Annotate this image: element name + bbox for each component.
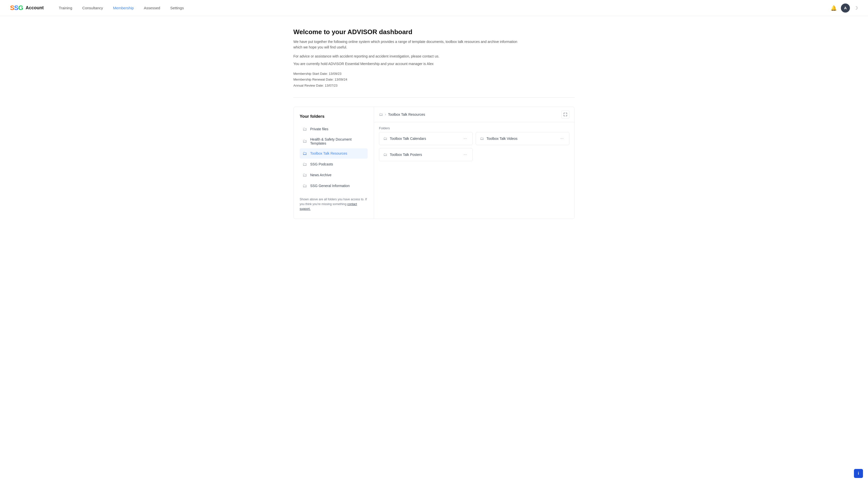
breadcrumb-folder-icon: 🗂 [379, 112, 383, 117]
folder-icon: 🗂 [303, 127, 307, 132]
annual-review-date: Annual Review Date: 13/07/23 [293, 83, 575, 88]
folder-menu-button[interactable]: ··· [462, 136, 468, 141]
folders-sidebar: Your folders 🗂 Private files 🗂 Health & … [293, 107, 374, 219]
folder-icon: 🗂 [303, 138, 307, 144]
logo-s3: G [18, 4, 23, 11]
avatar[interactable]: A [841, 3, 850, 12]
bell-icon[interactable]: 🔔 [831, 5, 837, 11]
dashboard-advice: For advice or assistance with accident r… [293, 54, 575, 58]
panel-folder-left: 🗂 Toolbox Talk Calendars [383, 136, 426, 141]
membership-renewal-date: Membership Renewal Date: 13/09/24 [293, 76, 575, 82]
subfolder-toolbox-talk-posters[interactable]: 🗂 Toolbox Talk Posters ··· [379, 148, 473, 161]
logo-area: SSG Account [10, 4, 44, 12]
expand-button[interactable] [561, 110, 569, 119]
sidebar-item-health-safety[interactable]: 🗂 Health & Safety Document Templates [300, 135, 368, 148]
panel-folder-left: 🗂 Toolbox Talk Videos [480, 136, 517, 141]
logo[interactable]: SSG [10, 4, 23, 12]
sidebar-item-label: SSG General Information [310, 184, 350, 188]
folders-title: Your folders [300, 114, 368, 119]
logo-s1: S [10, 4, 14, 11]
main-nav: Training Consultancy Membership Assessed… [59, 5, 831, 11]
account-label: Account [26, 5, 44, 10]
header: SSG Account Training Consultancy Members… [0, 0, 868, 16]
sidebar-item-label: Private files [310, 127, 328, 131]
folder-icon: 🗂 [303, 162, 307, 167]
panel-folder-icon: 🗂 [383, 152, 387, 157]
sidebar-item-private-files[interactable]: 🗂 Private files [300, 124, 368, 134]
sidebar-item-ssg-podcasts[interactable]: 🗂 SSG Podcasts [300, 159, 368, 169]
dashboard-description: We have put together the following onlin… [293, 39, 519, 50]
nav-membership[interactable]: Membership [113, 5, 134, 11]
folder-icon: 🗂 [303, 172, 307, 178]
dashboard-title: Welcome to your ADVISOR dashboard [293, 28, 575, 36]
panel-folder-icon: 🗂 [383, 136, 387, 141]
breadcrumb: 🗂 › Toolbox Talk Resources [379, 112, 425, 117]
folder-icon: 🗂 [303, 183, 307, 189]
membership-start-date: Membership Start Date: 13/09/23 [293, 71, 575, 76]
folders-panel: 🗂 › Toolbox Talk Resources Folders 🗂 Too… [374, 107, 575, 219]
sidebar-item-label: SSG Podcasts [310, 162, 333, 166]
panel-folder-name: Toolbox Talk Videos [487, 136, 517, 140]
sidebar-item-label: News Archive [310, 173, 332, 177]
logo-s2: S [14, 4, 18, 11]
panel-header: 🗂 › Toolbox Talk Resources [374, 107, 575, 122]
breadcrumb-text: Toolbox Talk Resources [388, 112, 425, 117]
panel-folder-left: 🗂 Toolbox Talk Posters [383, 152, 422, 157]
sidebar-item-label: Health & Safety Document Templates [310, 137, 365, 146]
section-divider [293, 97, 575, 98]
main-content: Welcome to your ADVISOR dashboard We hav… [283, 16, 585, 234]
nav-assessed[interactable]: Assessed [144, 5, 160, 11]
folders-section: Your folders 🗂 Private files 🗂 Health & … [293, 107, 575, 219]
dashboard-membership: You are currently hold ADVISOR Essential… [293, 62, 575, 66]
nav-training[interactable]: Training [59, 5, 72, 11]
nav-settings[interactable]: Settings [170, 5, 184, 11]
sidebar-item-toolbox-talk-resources[interactable]: 🗂 Toolbox Talk Resources [300, 148, 368, 159]
panel-folder-icon: 🗂 [480, 136, 484, 141]
sidebar-item-label: Toolbox Talk Resources [310, 151, 347, 155]
sidebar-item-ssg-general[interactable]: 🗂 SSG General Information [300, 181, 368, 191]
folders-note: Shown above are all folders you have acc… [300, 197, 368, 212]
subfolder-toolbox-talk-calendars[interactable]: 🗂 Toolbox Talk Calendars ··· [379, 132, 473, 145]
panel-folders-label: Folders [374, 122, 575, 132]
panel-folder-name: Toolbox Talk Posters [390, 153, 422, 157]
folder-icon: 🗂 [303, 151, 307, 156]
subfolder-toolbox-talk-videos[interactable]: 🗂 Toolbox Talk Videos ··· [476, 132, 569, 145]
folder-menu-button[interactable]: ··· [462, 152, 468, 157]
panel-folders-grid: 🗂 Toolbox Talk Calendars ··· 🗂 Toolbox T… [374, 132, 575, 166]
dark-mode-icon[interactable]: ☽ [854, 5, 858, 11]
folder-menu-button[interactable]: ··· [559, 136, 565, 141]
sidebar-item-news-archive[interactable]: 🗂 News Archive [300, 170, 368, 180]
nav-consultancy[interactable]: Consultancy [82, 5, 103, 11]
membership-dates: Membership Start Date: 13/09/23 Membersh… [293, 71, 575, 88]
panel-folder-name: Toolbox Talk Calendars [390, 136, 426, 140]
breadcrumb-arrow: › [385, 113, 386, 116]
header-right: 🔔 A ☽ [831, 3, 858, 12]
